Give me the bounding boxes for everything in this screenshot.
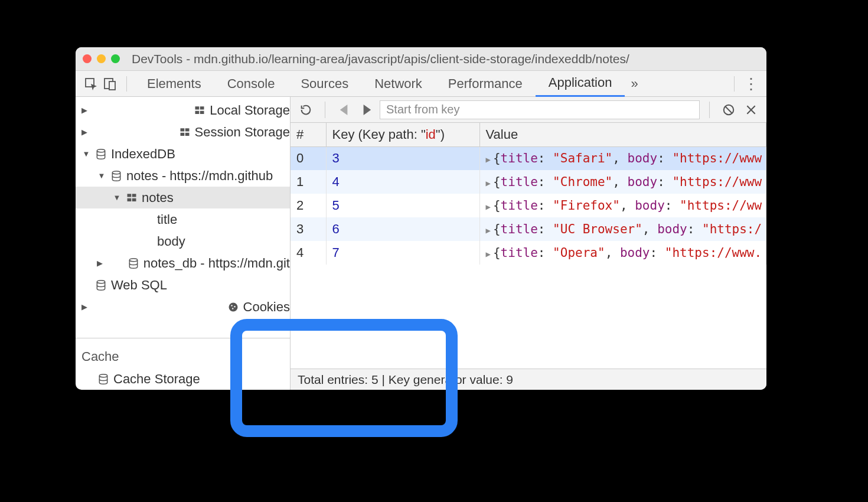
divider: [734, 76, 735, 92]
inspect-element-icon[interactable]: [81, 74, 100, 93]
svg-point-21: [234, 305, 236, 307]
statusbar: Total entries: 5 | Key generator value: …: [291, 369, 766, 390]
device-toolbar-icon[interactable]: [100, 74, 119, 93]
sidebar-item-label: notes_db - https://mdn.git: [143, 256, 290, 271]
cell-value: ▶{title: "Opera", body: "https://www.: [479, 241, 766, 265]
db-icon: [94, 148, 107, 161]
db-icon: [110, 169, 123, 182]
cell-index: 2: [291, 194, 326, 217]
grid-icon: [193, 104, 206, 117]
tab-network[interactable]: Network: [361, 71, 435, 97]
sidebar-item-label: Web SQL: [111, 278, 167, 293]
svg-rect-10: [185, 132, 189, 135]
tab-elements[interactable]: Elements: [134, 71, 214, 97]
sidebar-item-title[interactable]: title: [76, 208, 290, 230]
expand-arrow-icon[interactable]: [81, 106, 190, 115]
prev-page-icon[interactable]: [335, 100, 354, 119]
expand-arrow-icon[interactable]: [81, 128, 175, 136]
status-text: Total entries: 5 | Key generator value: …: [298, 373, 513, 387]
table-row[interactable]: 36▶{title: "UC Browser", body: "https:/: [291, 217, 766, 241]
delete-selected-icon[interactable]: [742, 100, 761, 119]
cache-heading: Cache: [76, 338, 290, 368]
maximize-icon[interactable]: [111, 54, 120, 63]
expand-arrow-icon[interactable]: [81, 149, 91, 158]
close-icon[interactable]: [83, 54, 92, 63]
db-icon: [127, 257, 140, 270]
sidebar-item-label: Cache Storage: [113, 371, 200, 387]
tab-application[interactable]: Application: [536, 71, 625, 97]
svg-rect-4: [200, 106, 204, 109]
cookie-icon: [227, 301, 240, 314]
divider: [126, 76, 127, 92]
svg-point-11: [97, 149, 105, 152]
tab-performance[interactable]: Performance: [435, 71, 536, 97]
next-page-icon[interactable]: [357, 100, 376, 119]
cell-key: 3: [326, 146, 479, 170]
expand-arrow-icon[interactable]: [112, 193, 122, 202]
svg-rect-16: [132, 198, 136, 201]
object-store-table: # Key (Key path: "id") Value 03▶{title: …: [291, 123, 766, 265]
svg-rect-15: [128, 198, 132, 201]
svg-rect-2: [109, 82, 115, 90]
cell-key: 4: [326, 170, 479, 194]
more-options-icon[interactable]: ⋮: [742, 76, 761, 92]
sidebar-item-notes-db-https-mdn-git[interactable]: notes_db - https://mdn.git: [76, 252, 290, 274]
sidebar-item-cache-storage[interactable]: Cache Storage: [76, 368, 290, 390]
tab-console[interactable]: Console: [214, 71, 288, 97]
svg-point-18: [97, 280, 105, 283]
expand-arrow-icon[interactable]: [81, 302, 223, 311]
sidebar-item-label: notes: [142, 190, 174, 206]
col-index[interactable]: #: [291, 123, 326, 146]
expand-arrow-icon[interactable]: [97, 171, 106, 180]
expand-arrow-icon[interactable]: [97, 259, 123, 268]
tabs-overflow[interactable]: »: [625, 76, 644, 92]
storage-sidebar: Local StorageSession StorageIndexedDBnot…: [76, 97, 291, 390]
cell-value: ▶{title: "Firefox", body: "https://ww: [479, 194, 766, 217]
svg-rect-13: [128, 194, 132, 197]
titlebar: DevTools - mdn.github.io/learning-area/j…: [76, 47, 766, 71]
window-controls: [83, 54, 120, 63]
sidebar-item-local-storage[interactable]: Local Storage: [76, 99, 290, 121]
sidebar-item-label: Session Storage: [195, 125, 290, 140]
cell-index: 4: [291, 241, 326, 265]
table-row[interactable]: 25▶{title: "Firefox", body: "https://ww: [291, 194, 766, 217]
sidebar-item-label: Local Storage: [210, 103, 290, 118]
sidebar-item-label: Cookies: [243, 299, 290, 315]
cell-value: ▶{title: "Chrome", body: "https://www: [479, 170, 766, 194]
sidebar-item-label: notes - https://mdn.github: [126, 168, 273, 184]
sidebar-item-label: body: [157, 234, 185, 249]
panel-toolbar: [291, 97, 766, 123]
sidebar-item-notes-https-mdn-github[interactable]: notes - https://mdn.github: [76, 165, 290, 187]
col-value[interactable]: Value: [479, 123, 766, 146]
col-key[interactable]: Key (Key path: "id"): [326, 123, 479, 146]
table-row[interactable]: 14▶{title: "Chrome", body: "https://www: [291, 170, 766, 194]
sidebar-item-body[interactable]: body: [76, 230, 290, 252]
table-row[interactable]: 03▶{title: "Safari", body: "https://www: [291, 146, 766, 170]
svg-rect-7: [180, 128, 184, 131]
cell-value: ▶{title: "Safari", body: "https://www: [479, 146, 766, 170]
sidebar-item-web-sql[interactable]: Web SQL: [76, 274, 290, 296]
table-row[interactable]: 47▶{title: "Opera", body: "https://www.: [291, 241, 766, 265]
svg-point-22: [231, 308, 233, 309]
svg-rect-3: [195, 106, 200, 109]
devtools-tabbar: ElementsConsoleSourcesNetworkPerformance…: [76, 71, 766, 97]
cell-index: 0: [291, 146, 326, 170]
refresh-icon[interactable]: [296, 100, 315, 119]
clear-object-store-icon[interactable]: [719, 100, 738, 119]
cell-value: ▶{title: "UC Browser", body: "https:/: [479, 217, 766, 241]
sidebar-item-notes[interactable]: notes: [76, 187, 290, 208]
cell-key: 7: [326, 241, 479, 265]
cell-key: 6: [326, 217, 479, 241]
svg-point-23: [99, 374, 107, 377]
sidebar-item-label: title: [157, 212, 177, 227]
sidebar-item-indexeddb[interactable]: IndexedDB: [76, 143, 290, 165]
sidebar-item-session-storage[interactable]: Session Storage: [76, 121, 290, 143]
devtools-window: DevTools - mdn.github.io/learning-area/j…: [76, 47, 766, 390]
grid-icon: [125, 191, 138, 204]
minimize-icon[interactable]: [97, 54, 106, 63]
start-from-key-input[interactable]: [380, 100, 700, 119]
tab-sources[interactable]: Sources: [288, 71, 361, 97]
sidebar-item-cookies[interactable]: Cookies: [76, 296, 290, 318]
cell-index: 1: [291, 170, 326, 194]
svg-rect-8: [185, 128, 189, 131]
